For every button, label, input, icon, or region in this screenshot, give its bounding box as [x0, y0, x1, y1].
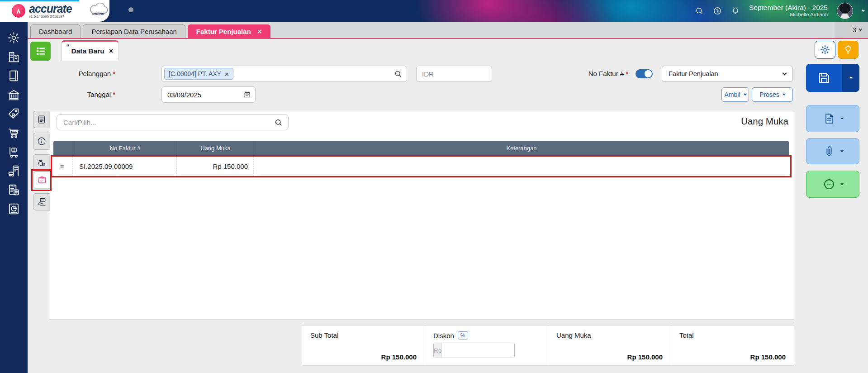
pelanggan-field[interactable]: [C.00004] PT. AXY × — [161, 66, 407, 82]
search-input[interactable] — [57, 119, 274, 126]
company-buildings-icon — [7, 50, 20, 63]
app-version: v1.0.1#3090-2016197 — [29, 15, 72, 19]
subtotal-label: Sub Total — [310, 331, 417, 339]
side-tab-payment-hand[interactable] — [33, 193, 50, 210]
save-dropdown-toggle[interactable] — [842, 64, 859, 92]
sidebar-item-tax[interactable]: TAX — [5, 183, 24, 196]
sidebar-item-settings[interactable] — [5, 31, 24, 44]
close-icon[interactable]: × — [109, 47, 113, 55]
sidebar-item-reports[interactable] — [5, 202, 24, 215]
bell-icon[interactable] — [731, 6, 740, 15]
save-split-button[interactable] — [806, 64, 859, 92]
proses-button[interactable]: Proses — [752, 87, 793, 102]
calendar-icon[interactable] — [244, 91, 251, 99]
money-bag-icon — [37, 158, 47, 168]
list-icon — [35, 45, 47, 57]
no-faktur-label: No Faktur #* — [525, 70, 628, 77]
document-actions-button[interactable] — [806, 105, 859, 132]
record-list-button[interactable] — [30, 42, 51, 61]
diskon-label: Diskon % — [433, 331, 540, 340]
required-asterisk: * — [113, 91, 115, 98]
tab-faktur-penjualan[interactable]: Faktur Penjualan × — [188, 24, 270, 38]
tips-lightbulb-button[interactable] — [838, 41, 859, 59]
cell-uang-muka: Rp 150.000 — [177, 157, 254, 176]
help-icon[interactable] — [713, 6, 722, 15]
main-tab-strip: Dashboard Persiapan Data Perusahaan Fakt… — [28, 22, 868, 39]
table-header-keterangan: Keterangan — [254, 141, 789, 155]
total-section: Total Rp 150.000 — [671, 325, 794, 365]
required-asterisk: * — [626, 70, 628, 77]
pie-chart-report-icon — [7, 202, 20, 215]
side-tab-note[interactable] — [33, 111, 50, 128]
sidebar-item-inventory[interactable] — [5, 145, 24, 158]
tab-data-baru[interactable]: * Data Baru × — [61, 40, 119, 61]
tab-persiapan-data-perusahaan[interactable]: Persiapan Data Perusahaan — [83, 24, 185, 38]
doc-type-select[interactable]: Faktur Penjualan — [662, 66, 793, 82]
panel-search-box[interactable] — [57, 114, 289, 130]
lightbulb-icon — [843, 44, 854, 55]
doc-type-value: Faktur Penjualan — [669, 70, 718, 77]
currency-field[interactable] — [416, 66, 492, 82]
totals-bar: Sub Total Rp 150.000 Diskon % Rp Uang — [302, 325, 794, 366]
gear-icon — [820, 44, 830, 55]
table-header-handle — [53, 141, 73, 155]
uang-muka-section: Uang Muka Rp 150.000 — [548, 325, 671, 365]
cell-no-faktur: SI.2025.09.00009 — [73, 157, 177, 176]
doc-tab-label: Data Baru — [71, 47, 104, 55]
tanggal-field[interactable] — [161, 86, 256, 103]
save-button[interactable] — [806, 64, 842, 92]
save-floppy-icon — [817, 71, 831, 85]
sidebar-item-company[interactable] — [5, 50, 24, 63]
more-options-button[interactable] — [806, 171, 859, 198]
user-name: Michelle Ardianti — [749, 12, 828, 18]
sidebar-item-bank[interactable] — [5, 88, 24, 101]
cell-keterangan — [254, 157, 790, 176]
document-icon — [823, 112, 835, 125]
app-window: accurate v1.0.1#3090-2016197 online Sept… — [0, 0, 868, 373]
sidebar-item-purchases[interactable] — [5, 126, 24, 139]
diskon-input[interactable] — [442, 347, 515, 354]
sidebar-item-journal[interactable] — [5, 69, 24, 82]
main-sidebar: TAX — [0, 22, 28, 373]
chevron-down-icon[interactable] — [862, 8, 865, 11]
form-settings-button[interactable] — [815, 41, 835, 59]
rp-prefix: Rp — [434, 343, 442, 358]
close-icon[interactable]: × — [257, 28, 262, 35]
currency-input — [417, 70, 492, 78]
table-header-uang-muka: Uang Muka — [177, 141, 254, 155]
avatar[interactable] — [837, 3, 853, 19]
table-row[interactable]: ≡ SI.2025.09.00009 Rp 150.000 — [51, 155, 792, 177]
tax-calculator-icon: TAX — [7, 183, 20, 196]
drag-handle-icon[interactable]: ≡ — [60, 163, 64, 170]
customer-chip-label: [C.00004] PT. AXY — [169, 70, 221, 77]
side-tab-info[interactable] — [33, 133, 50, 150]
sidebar-item-assets[interactable] — [5, 164, 24, 177]
bank-icon — [7, 88, 20, 101]
no-faktur-toggle[interactable] — [636, 69, 653, 78]
search-icon[interactable] — [695, 6, 704, 15]
handtruck-icon — [7, 145, 20, 158]
required-asterisk: * — [113, 70, 115, 77]
hand-card-icon — [37, 197, 47, 207]
svg-text:TAX: TAX — [10, 185, 15, 187]
chevron-down-icon — [859, 27, 862, 30]
search-icon[interactable] — [394, 70, 402, 78]
side-tab-down-payment-money[interactable] — [33, 154, 50, 172]
search-icon[interactable] — [274, 118, 283, 127]
sidebar-item-sales[interactable] — [5, 107, 24, 120]
side-tab-down-payment[interactable]: -DP- — [33, 172, 50, 189]
period-label: September (Akira) - 2025 — [749, 4, 828, 12]
tab-count-dropdown[interactable]: 3 — [835, 22, 868, 38]
price-tag-rp-icon — [7, 107, 20, 120]
ambil-button[interactable]: Ambil — [721, 87, 749, 102]
tab-dashboard[interactable]: Dashboard — [30, 24, 81, 38]
uang-muka-value: Rp 150.000 — [556, 353, 663, 361]
brand-name: accurate — [29, 3, 72, 14]
diskon-section: Diskon % Rp — [425, 325, 548, 365]
chip-remove-icon[interactable]: × — [225, 70, 229, 78]
diskon-input-group[interactable]: Rp — [433, 343, 515, 358]
attachment-button[interactable] — [806, 138, 859, 164]
tab-label: Faktur Penjualan — [196, 28, 251, 35]
percent-badge[interactable]: % — [458, 331, 468, 340]
cloud-online-icon: online — [89, 3, 109, 15]
